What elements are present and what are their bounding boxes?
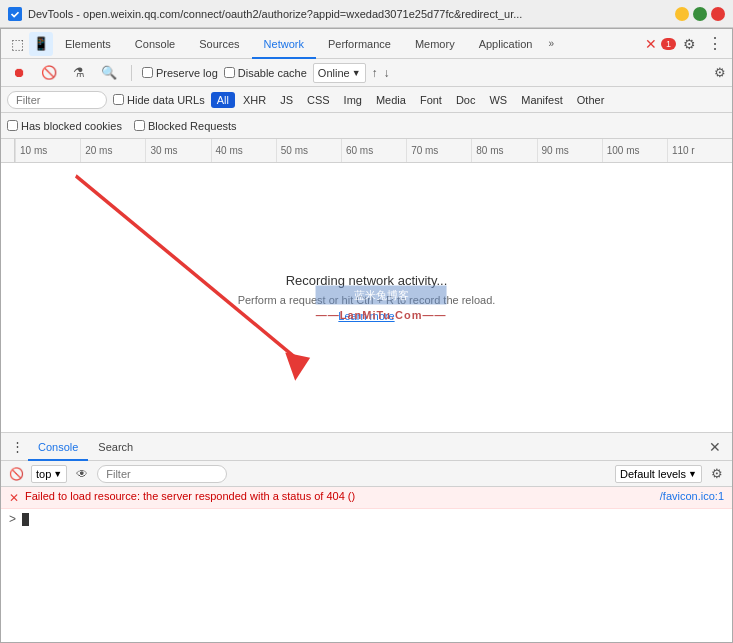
tab-elements[interactable]: Elements	[53, 29, 123, 59]
console-error-text: Failed to load resource: the server resp…	[25, 490, 652, 502]
timeline-left-spacer	[1, 139, 15, 162]
console-error-source[interactable]: /favicon.ico:1	[660, 490, 724, 502]
main-tabs: ⬚ 📱 Elements Console Sources Network Per…	[1, 29, 732, 59]
svg-rect-0	[8, 7, 22, 21]
console-error-row: ✕ Failed to load resource: the server re…	[1, 487, 732, 509]
tick-60ms: 60 ms	[341, 139, 406, 162]
tab-search-bottom[interactable]: Search	[88, 433, 143, 461]
log-levels-select[interactable]: Default levels ▼	[615, 465, 702, 483]
filter-js[interactable]: JS	[274, 92, 299, 108]
has-blocked-cookies-label[interactable]: Has blocked cookies	[7, 120, 122, 132]
tick-30ms: 30 ms	[145, 139, 210, 162]
more-options-icon[interactable]: ⋮	[702, 31, 728, 57]
tab-performance[interactable]: Performance	[316, 29, 403, 59]
console-prompt-icon: >	[9, 512, 16, 526]
minimize-button[interactable]	[675, 7, 689, 21]
network-toolbar: ⏺ 🚫 ⚗ 🔍 Preserve log Disable cache Onlin…	[1, 59, 732, 87]
tick-10ms: 10 ms	[15, 139, 80, 162]
filter-all[interactable]: All	[211, 92, 235, 108]
network-empty-subtitle: Perform a request or hit Ctrl + R to rec…	[238, 294, 496, 306]
network-empty-title: Recording network activity...	[286, 273, 448, 288]
settings-gear-icon[interactable]: ⚙	[676, 31, 702, 57]
tab-memory[interactable]: Memory	[403, 29, 467, 59]
inspect-icon[interactable]: ⬚	[5, 32, 29, 56]
timeline-header: 10 ms 20 ms 30 ms 40 ms 50 ms 60 ms 70 m…	[1, 139, 732, 163]
filter-other[interactable]: Other	[571, 92, 611, 108]
console-filter-input[interactable]	[97, 465, 227, 483]
tick-20ms: 20 ms	[80, 139, 145, 162]
tick-80ms: 80 ms	[471, 139, 536, 162]
clear-button[interactable]: 🚫	[37, 61, 61, 85]
tab-console-bottom[interactable]: Console	[28, 433, 88, 461]
filter-ws[interactable]: WS	[483, 92, 513, 108]
filter-img[interactable]: Img	[338, 92, 368, 108]
network-settings-icon[interactable]: ⚙	[714, 65, 726, 80]
tab-sources[interactable]: Sources	[187, 29, 251, 59]
console-toolbar: 🚫 top ▼ 👁 Default levels ▼ ⚙	[1, 461, 732, 487]
tab-console[interactable]: Console	[123, 29, 187, 59]
disable-cache-checkbox[interactable]	[224, 67, 235, 78]
filter-icon[interactable]: ⚗	[67, 61, 91, 85]
tab-application[interactable]: Application	[467, 29, 545, 59]
devtools-window: ⬚ 📱 Elements Console Sources Network Per…	[0, 28, 733, 643]
tick-90ms: 90 ms	[537, 139, 602, 162]
console-content: ✕ Failed to load resource: the server re…	[1, 487, 732, 642]
device-toolbar-icon[interactable]: 📱	[29, 32, 53, 56]
filter-type-buttons: All XHR JS CSS Img Media Font Doc WS Man…	[211, 92, 611, 108]
timeline-ticks: 10 ms 20 ms 30 ms 40 ms 50 ms 60 ms 70 m…	[15, 139, 732, 162]
blocked-requests-label[interactable]: Blocked Requests	[134, 120, 237, 132]
filter-font[interactable]: Font	[414, 92, 448, 108]
disable-cache-checkbox-label[interactable]: Disable cache	[224, 67, 307, 79]
tick-40ms: 40 ms	[211, 139, 276, 162]
close-console-panel-button[interactable]: ✕	[704, 436, 726, 458]
hide-data-urls-checkbox[interactable]	[113, 94, 124, 105]
filter-doc[interactable]: Doc	[450, 92, 482, 108]
execution-context-select[interactable]: top ▼	[31, 465, 67, 483]
filter-media[interactable]: Media	[370, 92, 412, 108]
console-cursor[interactable]	[22, 513, 29, 526]
filter-manifest[interactable]: Manifest	[515, 92, 569, 108]
window-controls	[675, 7, 725, 21]
filter-css[interactable]: CSS	[301, 92, 336, 108]
learn-more-link[interactable]: Learn more	[338, 310, 394, 322]
network-empty-state: Recording network activity... Perform a …	[238, 163, 496, 432]
preserve-log-checkbox-label[interactable]: Preserve log	[142, 67, 218, 79]
filter-xhr[interactable]: XHR	[237, 92, 272, 108]
error-icon: ✕	[9, 491, 19, 505]
console-eye-icon[interactable]: 👁	[71, 463, 93, 485]
upload-icon[interactable]: ↑	[372, 66, 378, 80]
network-panel: ⏺ 🚫 ⚗ 🔍 Preserve log Disable cache Onlin…	[1, 59, 732, 432]
tick-110ms: 110 r	[667, 139, 732, 162]
preserve-log-checkbox[interactable]	[142, 67, 153, 78]
blocked-bar: Has blocked cookies Blocked Requests	[1, 113, 732, 139]
tab-network[interactable]: Network	[252, 29, 316, 59]
devtools-icon	[8, 7, 22, 21]
error-count-badge: 1	[661, 38, 676, 50]
console-clear-icon[interactable]: 🚫	[5, 463, 27, 485]
search-icon[interactable]: 🔍	[97, 61, 121, 85]
console-tabs: ⋮ Console Search ✕	[1, 433, 732, 461]
tick-50ms: 50 ms	[276, 139, 341, 162]
console-settings-icon[interactable]: ⚙	[706, 463, 728, 485]
console-panel-dots[interactable]: ⋮	[7, 439, 28, 454]
hide-data-urls-label[interactable]: Hide data URLs	[113, 94, 205, 106]
window-title: DevTools - open.weixin.qq.com/connect/oa…	[28, 8, 669, 20]
tick-70ms: 70 ms	[406, 139, 471, 162]
download-icon[interactable]: ↓	[384, 66, 390, 80]
filter-input[interactable]	[7, 91, 107, 109]
filter-bar: Hide data URLs All XHR JS CSS Img Media …	[1, 87, 732, 113]
error-icon: ✕	[645, 36, 657, 52]
maximize-button[interactable]	[693, 7, 707, 21]
has-blocked-cookies-checkbox[interactable]	[7, 120, 18, 131]
blocked-requests-checkbox[interactable]	[134, 120, 145, 131]
tab-overflow-button[interactable]: »	[544, 38, 558, 49]
throttle-select[interactable]: Online ▼	[313, 63, 366, 83]
record-button[interactable]: ⏺	[7, 61, 31, 85]
title-bar: DevTools - open.weixin.qq.com/connect/oa…	[0, 0, 733, 28]
tick-100ms: 100 ms	[602, 139, 667, 162]
close-button[interactable]	[711, 7, 725, 21]
console-prompt-row: >	[1, 509, 732, 529]
error-badge-area: ✕ 1	[645, 36, 676, 52]
console-panel: ⋮ Console Search ✕ 🚫 top ▼ 👁 Default lev…	[1, 432, 732, 642]
network-content: Recording network activity... Perform a …	[1, 163, 732, 432]
